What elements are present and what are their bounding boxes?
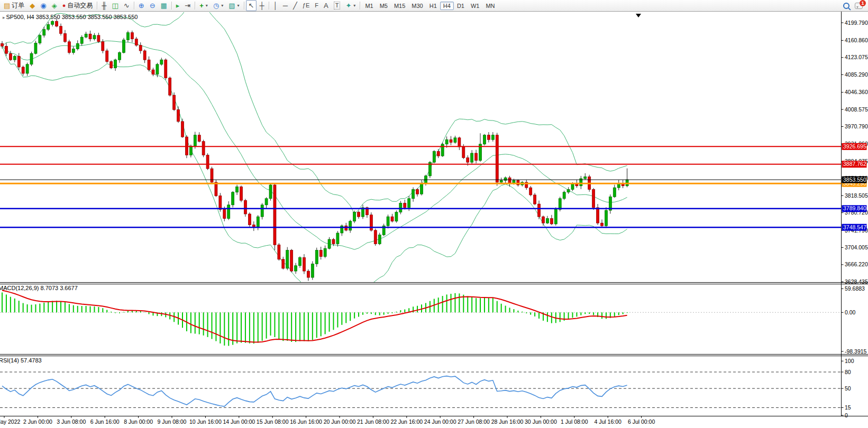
level-price-badge-text: 3789.840: [843, 205, 866, 211]
price-axis[interactable]: 4199.7904160.8604123.0754085.2904046.360…: [842, 20, 868, 285]
chart-shift-marker[interactable]: [636, 14, 641, 17]
price-tick-label: 3666.220: [845, 261, 868, 267]
bull-candle: [471, 153, 473, 162]
fibo-expansion-tool-button[interactable]: ƒE: [300, 0, 312, 11]
crosshair-tool-button[interactable]: ┼: [257, 0, 267, 11]
templates-button[interactable]: ▧ ▾: [226, 0, 242, 11]
bear-candle: [89, 34, 92, 39]
timeframe-m15-button[interactable]: M15: [391, 2, 408, 10]
arrows-tool-button[interactable]: ✦ ▾: [343, 0, 358, 11]
line-chart-button[interactable]: ∿: [121, 0, 132, 11]
horizontal-line-tool-button[interactable]: ─: [280, 0, 290, 11]
bear-candle: [416, 190, 419, 194]
toolbar-separator: [97, 2, 97, 10]
bull-candle: [433, 152, 435, 163]
time-tick-label: 2 Jun 00:00: [23, 418, 52, 425]
bear-candle: [437, 152, 440, 156]
bear-candle: [600, 223, 603, 226]
bear-candle: [206, 155, 209, 169]
timeframe-d1-button[interactable]: D1: [454, 2, 468, 10]
search-icon[interactable]: [843, 3, 849, 9]
bear-candle: [345, 226, 348, 230]
level-price-badge-text: 3887.762: [843, 161, 866, 167]
zoom-out-button[interactable]: ⊖: [147, 0, 158, 11]
vertical-line-tool-button[interactable]: │: [271, 0, 280, 11]
bear-candle: [542, 217, 544, 223]
crosshair-icon: ┼: [259, 2, 264, 9]
timeframe-h4-button[interactable]: H4: [440, 2, 454, 10]
chart-window[interactable]: 4199.7904160.8604123.0754085.2904046.360…: [0, 12, 868, 428]
timeframe-m5-button[interactable]: M5: [377, 2, 391, 10]
trendline-icon: ╱: [293, 2, 297, 9]
candlesticks[interactable]: [1, 19, 629, 281]
time-tick-label: 4 Jul 16:00: [595, 418, 622, 425]
bull-candle: [378, 235, 381, 244]
cursor-tool-button[interactable]: ↖: [246, 0, 257, 11]
zoom-in-button[interactable]: ⊕: [136, 0, 147, 11]
bull-candle: [286, 250, 289, 268]
periods-button[interactable]: ◷ ▾: [211, 0, 226, 11]
autotrading-icon: ●: [62, 2, 66, 9]
time-tick-label: 6 Jun 16:00: [90, 418, 120, 425]
bear-candle: [97, 35, 100, 42]
new-order-button[interactable]: ▤ 订单: [1, 0, 27, 11]
mql-editor-button[interactable]: ◆: [27, 0, 38, 11]
label-tool-button[interactable]: T: [331, 0, 343, 11]
time-axis[interactable]: 31 May 20222 Jun 00:003 Jun 08:006 Jun 1…: [0, 416, 655, 425]
bull-candle: [500, 180, 502, 182]
bull-candle: [30, 53, 33, 64]
bull-candle: [421, 183, 423, 194]
price-tick-label: 3970.790: [845, 123, 868, 129]
bear-candle: [550, 219, 553, 224]
price-tick-label: 4160.860: [845, 37, 868, 43]
timeframe-m1-button[interactable]: M1: [362, 2, 376, 10]
bear-candle: [68, 42, 70, 53]
indicators-button[interactable]: + ▾: [197, 0, 211, 11]
bear-candle: [303, 257, 305, 271]
bull-candle: [160, 60, 163, 64]
candlestick-chart-button[interactable]: ◫: [109, 0, 121, 11]
rsi-tick-label: 15: [845, 404, 851, 411]
bull-candle: [315, 250, 318, 264]
bull-candle: [324, 248, 326, 256]
toolbar-separator: [171, 2, 172, 10]
fibo-expansion-icon: ƒE: [303, 2, 309, 9]
price-tick-label: 4123.075: [845, 54, 868, 60]
bull-candle: [483, 135, 486, 144]
timeframe-w1-button[interactable]: W1: [468, 2, 483, 10]
rsi-tick-label: 50: [845, 385, 851, 392]
mql-editor-icon: ◆: [30, 2, 35, 9]
chart-canvas[interactable]: 4199.7904160.8604123.0754085.2904046.360…: [0, 12, 868, 428]
bear-candle: [9, 53, 12, 60]
rsi-tick-label: 80: [845, 369, 851, 375]
timeframe-mn-button[interactable]: MN: [482, 2, 498, 10]
market-button[interactable]: ◉: [38, 0, 49, 11]
bear-candle: [462, 147, 465, 158]
chat-icon[interactable]: 1: [855, 3, 863, 9]
auto-scroll-button[interactable]: ▸: [173, 0, 182, 11]
bear-candle: [22, 67, 24, 73]
bollinger-bands: [2, 12, 627, 297]
bar-chart-button[interactable]: ╫: [99, 0, 109, 11]
toolbar-separator: [244, 2, 244, 10]
vertical-line-icon: │: [273, 2, 278, 9]
bear-candle: [211, 169, 213, 182]
bull-candle: [387, 217, 389, 226]
bear-candle: [467, 158, 469, 163]
autotrading-button[interactable]: ● 自动交易: [60, 0, 96, 11]
bull-candle: [261, 205, 263, 217]
macd-tick-label: 59.6883: [845, 285, 865, 292]
chart-shift-button[interactable]: ⇥: [182, 0, 193, 11]
macd-panel[interactable]: [0, 291, 841, 346]
bull-candle: [353, 212, 356, 221]
bull-candle: [80, 37, 83, 43]
timeframe-m30-button[interactable]: M30: [408, 2, 426, 10]
bear-candle: [290, 250, 293, 271]
tile-windows-button[interactable]: ▦: [158, 0, 170, 11]
trendline-tool-button[interactable]: ╱: [290, 0, 300, 11]
timeframe-h1-button[interactable]: H1: [426, 2, 440, 10]
text-tool-button[interactable]: A: [321, 0, 331, 11]
fibo-fan-tool-button[interactable]: F: [312, 0, 321, 11]
signals-button[interactable]: ◈: [49, 0, 60, 11]
rsi-panel[interactable]: [0, 372, 841, 407]
